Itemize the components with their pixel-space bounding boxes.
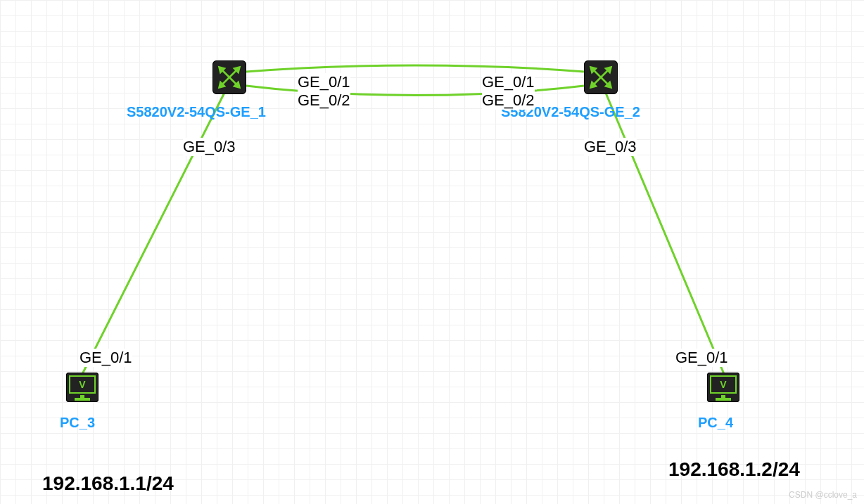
switch-icon[interactable]: [584, 60, 618, 94]
router-arrows-icon: [588, 65, 614, 90]
port-label: GE_0/2: [482, 91, 535, 110]
vm-letter-icon: V: [79, 379, 85, 390]
port-label: GE_0/1: [298, 73, 350, 91]
port-label: GE_0/3: [584, 138, 637, 156]
pc4-ip: 192.168.1.2/24: [668, 458, 800, 481]
topology-canvas[interactable]: S5820V2-54QS-GE_1 S5820V2-54QS-GE_2 GE_0…: [0, 0, 864, 504]
vm-letter-icon: V: [720, 379, 726, 390]
port-label: GE_0/3: [183, 138, 236, 156]
port-label: GE_0/1: [675, 349, 728, 367]
pc3-label[interactable]: PC_3: [60, 415, 95, 431]
pc4-label[interactable]: PC_4: [698, 415, 733, 431]
port-label: GE_0/1: [482, 73, 535, 91]
port-label: GE_0/2: [298, 91, 350, 110]
svg-line-0: [82, 91, 225, 374]
watermark: CSDN @cclove_a: [789, 490, 857, 500]
pc3-ip: 192.168.1.1/24: [42, 472, 174, 495]
pc-icon[interactable]: V: [707, 373, 739, 402]
port-label: GE_0/1: [80, 349, 132, 367]
switch-icon[interactable]: [212, 60, 246, 94]
link-layer: [0, 0, 864, 504]
svg-line-1: [605, 91, 724, 374]
switch1-label[interactable]: S5820V2-54QS-GE_1: [127, 104, 266, 120]
router-arrows-icon: [217, 65, 242, 90]
pc-icon[interactable]: V: [66, 373, 99, 402]
